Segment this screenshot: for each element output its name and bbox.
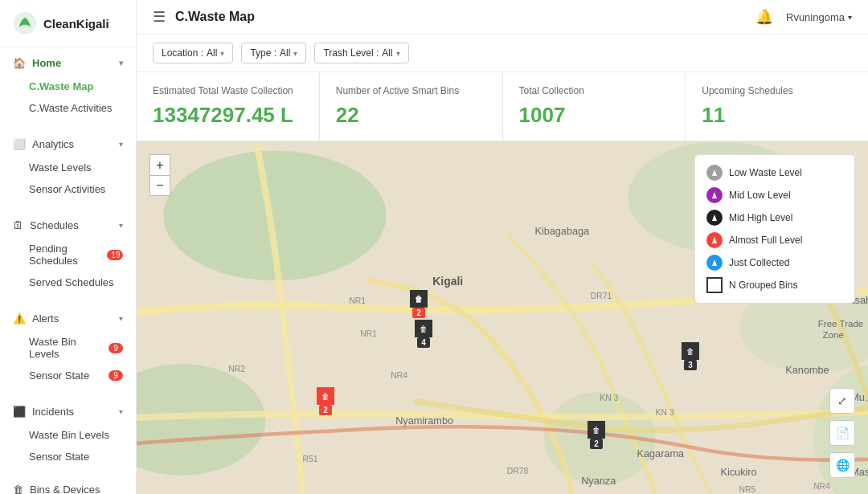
nav-home[interactable]: 🏠 Home ▾: [0, 51, 136, 76]
nav-inc-waste[interactable]: Waste Bin Levels: [0, 424, 136, 446]
svg-text:KN 3: KN 3: [600, 394, 618, 402]
nav-analytics-label: Analytics: [32, 138, 74, 150]
user-menu[interactable]: Rvuningoma ▾: [786, 11, 852, 23]
svg-text:DR71: DR71: [591, 292, 612, 300]
map-location-tool[interactable]: 🌐: [829, 452, 855, 478]
nav-analytics-section: ⬜ Analytics ▾ Waste Levels Sensor Activi…: [0, 129, 136, 203]
topbar-left: ☰ C.Waste Map: [153, 8, 255, 26]
stats-row: Estimated Total Waste Collection 1334729…: [137, 72, 868, 141]
svg-text:NR1: NR1: [360, 329, 377, 338]
map-marker-5[interactable]: 🗑 2: [588, 421, 605, 449]
svg-text:NR1: NR1: [349, 296, 366, 305]
nav-cwaste-map[interactable]: C.Waste Map: [0, 76, 136, 97]
nav-home-section: 🏠 Home ▾ C.Waste Map C.Waste Activities: [0, 47, 136, 122]
incidents-icon: ⬛: [13, 406, 26, 418]
legend-mid-low-icon: [706, 187, 723, 203]
page-title: C.Waste Map: [175, 10, 255, 24]
stat-bins-label: Number of Active Smart Bins: [336, 85, 486, 96]
map-marker-1[interactable]: 🗑 2: [410, 290, 428, 318]
location-filter[interactable]: Location : All ▾: [153, 43, 233, 63]
svg-text:DR78: DR78: [507, 467, 529, 476]
stat-waste-value: 13347297.45 L: [153, 103, 303, 128]
nav-incidents-section: ⬛ Incidents ▾ Waste Bin Levels Sensor St…: [0, 396, 136, 471]
nav-sensor-activities[interactable]: Sensor Activities: [0, 178, 136, 200]
trash-label: Trash Level :: [323, 47, 379, 59]
map-marker-2[interactable]: 🗑 4: [415, 320, 432, 348]
legend-grouped-label: N Grouped Bins: [729, 280, 797, 291]
nav-bins-devices[interactable]: 🗑 Bins & Devices: [0, 477, 136, 494]
nav-waste-levels[interactable]: Waste Levels: [0, 157, 136, 178]
schedules-chevron: ▾: [119, 221, 123, 230]
type-value: All: [280, 47, 290, 59]
svg-text:R51: R51: [303, 455, 318, 463]
stat-waste-label: Estimated Total Waste Collection: [153, 85, 303, 96]
nav-alerts-sensor[interactable]: Sensor State 9: [0, 365, 136, 386]
nav-analytics[interactable]: ⬜ Analytics ▾: [0, 132, 136, 157]
nav-schedules[interactable]: 🗓 Schedules ▾: [0, 213, 136, 238]
stat-waste-collection: Estimated Total Waste Collection 1334729…: [137, 72, 320, 141]
location-caret-icon: ▾: [220, 49, 224, 58]
stat-total-collection: Total Collection 1007: [503, 72, 686, 141]
map-tools: ⤢ 📄 🌐: [829, 388, 855, 478]
hamburger-icon[interactable]: ☰: [153, 8, 166, 26]
svg-text:Kibagabaga: Kibagabaga: [534, 226, 590, 237]
legend-n-grouped: N Grouped Bins: [706, 277, 843, 293]
nav-incidents[interactable]: ⬛ Incidents ▾: [0, 399, 136, 424]
main-content: ☰ C.Waste Map 🔔 Rvuningoma ▾ Location : …: [137, 0, 868, 494]
svg-text:Zone: Zone: [823, 330, 844, 340]
nav-cwaste-activities[interactable]: C.Waste Activities: [0, 97, 136, 119]
incidents-chevron: ▾: [119, 407, 123, 416]
nav-inc-sensor[interactable]: Sensor State: [0, 446, 136, 467]
nav-bins-label: Bins & Devices: [30, 484, 100, 494]
nav-pending-schedules[interactable]: Pending Schedules 19: [0, 238, 136, 271]
analytics-chevron: ▾: [119, 140, 123, 149]
nav-alerts-label: Alerts: [32, 312, 59, 325]
nav-schedules-section: 🗓 Schedules ▾ Pending Schedules 19 Serve…: [0, 210, 136, 296]
legend-mid-high: Mid High Level: [706, 210, 843, 226]
stat-smart-bins: Number of Active Smart Bins 22: [320, 72, 503, 141]
zoom-in-button[interactable]: +: [149, 154, 170, 175]
map-marker-3[interactable]: 🗑 3: [682, 342, 699, 370]
zoom-out-button[interactable]: −: [149, 175, 170, 196]
legend-almost-full-icon: [706, 232, 723, 248]
type-filter[interactable]: Type : All ▾: [241, 43, 306, 63]
app-name: CleanKigali: [43, 17, 109, 31]
nav-incidents-label: Incidents: [32, 406, 74, 418]
alerts-waste-badge: 9: [108, 343, 123, 353]
nav-served-schedules[interactable]: Served Schedules: [0, 271, 136, 293]
stat-upcoming-schedules: Upcoming Schedules 11: [686, 72, 868, 141]
map-legend: Low Waste Level Mid Low Level Mid High L…: [694, 154, 855, 304]
legend-mid-low: Mid Low Level: [706, 187, 843, 203]
svg-text:Nyanza: Nyanza: [581, 476, 616, 487]
nav-alerts-waste-bin[interactable]: Waste Bin Levels 9: [0, 331, 136, 365]
map-area[interactable]: NR1 NR4 DR71 Kigali Kibagabaga Kimironko…: [137, 141, 868, 494]
trash-filter[interactable]: Trash Level : All ▾: [314, 43, 408, 63]
svg-text:KN 3: KN 3: [656, 408, 674, 417]
legend-low: Low Waste Level: [706, 165, 843, 181]
map-marker-4[interactable]: 🗑 2: [317, 387, 334, 415]
stat-total-label: Total Collection: [519, 85, 669, 96]
type-label: Type :: [250, 47, 276, 59]
bins-icon: 🗑: [13, 484, 23, 494]
map-layers-tool[interactable]: 📄: [829, 420, 855, 446]
svg-text:Free Trade: Free Trade: [818, 319, 863, 329]
svg-text:NR4: NR4: [391, 371, 407, 380]
user-chevron-icon: ▾: [848, 13, 852, 22]
legend-collected-label: Just Collected: [729, 257, 789, 268]
alerts-sensor-badge: 9: [108, 370, 123, 381]
nav-alerts[interactable]: ⚠️ Alerts ▾: [0, 306, 136, 331]
trash-value: All: [382, 47, 392, 59]
alerts-chevron: ▾: [119, 314, 123, 323]
legend-collected-icon: [706, 255, 723, 271]
notification-bell-icon[interactable]: 🔔: [755, 8, 773, 26]
home-icon: 🏠: [13, 57, 26, 69]
pending-badge: 19: [107, 250, 123, 260]
user-name-label: Rvuningoma: [786, 11, 845, 23]
location-value: All: [207, 47, 217, 59]
map-expand-tool[interactable]: ⤢: [829, 388, 855, 414]
sidebar: CleanKigali 🏠 Home ▾ C.Waste Map C.Waste…: [0, 0, 137, 494]
stat-schedules-value: 11: [702, 103, 852, 128]
legend-just-collected: Just Collected: [706, 255, 843, 271]
svg-text:NR2: NR2: [228, 365, 245, 374]
svg-text:Kagarama: Kagarama: [637, 448, 685, 459]
